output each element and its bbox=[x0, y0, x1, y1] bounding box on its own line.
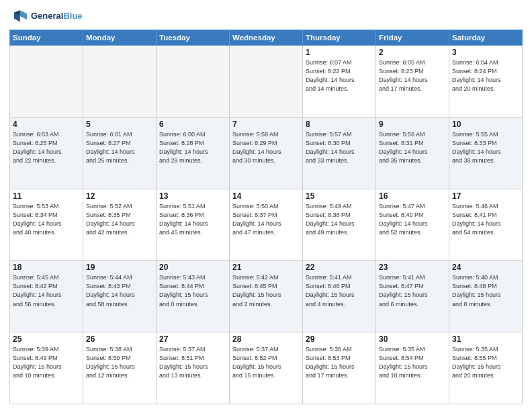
day-number: 13 bbox=[159, 191, 226, 201]
day-number: 25 bbox=[13, 334, 80, 344]
calendar-cell: 15Sunrise: 5:49 AM Sunset: 8:38 PM Dayli… bbox=[303, 189, 376, 261]
calendar-cell: 12Sunrise: 5:52 AM Sunset: 8:35 PM Dayli… bbox=[83, 189, 157, 261]
calendar-cell: 21Sunrise: 5:42 AM Sunset: 8:45 PM Dayli… bbox=[230, 261, 303, 332]
calendar-cell: 13Sunrise: 5:51 AM Sunset: 8:36 PM Dayli… bbox=[157, 189, 230, 261]
day-number: 12 bbox=[86, 191, 153, 201]
day-number: 19 bbox=[86, 263, 153, 272]
calendar-cell: 2Sunrise: 6:05 AM Sunset: 8:23 PM Daylig… bbox=[376, 46, 449, 118]
day-info: Sunrise: 5:46 AM Sunset: 8:41 PM Dayligh… bbox=[452, 202, 519, 237]
weekday-header-saturday: Saturday bbox=[449, 30, 523, 46]
calendar-week-2: 4Sunrise: 6:03 AM Sunset: 8:25 PM Daylig… bbox=[10, 117, 523, 189]
day-info: Sunrise: 5:51 AM Sunset: 8:36 PM Dayligh… bbox=[159, 202, 226, 237]
day-info: Sunrise: 5:47 AM Sunset: 8:40 PM Dayligh… bbox=[379, 202, 446, 237]
day-info: Sunrise: 5:41 AM Sunset: 8:47 PM Dayligh… bbox=[379, 273, 446, 308]
day-info: Sunrise: 5:35 AM Sunset: 8:54 PM Dayligh… bbox=[379, 345, 446, 380]
weekday-header-monday: Monday bbox=[83, 30, 157, 46]
day-info: Sunrise: 5:40 AM Sunset: 8:48 PM Dayligh… bbox=[452, 273, 519, 308]
day-info: Sunrise: 5:37 AM Sunset: 8:51 PM Dayligh… bbox=[159, 345, 226, 380]
calendar-cell: 28Sunrise: 5:37 AM Sunset: 8:52 PM Dayli… bbox=[230, 332, 303, 404]
calendar-cell: 8Sunrise: 5:57 AM Sunset: 8:30 PM Daylig… bbox=[303, 117, 376, 189]
logo-icon bbox=[9, 7, 28, 26]
calendar-week-3: 11Sunrise: 5:53 AM Sunset: 8:34 PM Dayli… bbox=[10, 189, 523, 261]
day-number: 14 bbox=[232, 191, 300, 201]
calendar-cell: 31Sunrise: 5:35 AM Sunset: 8:55 PM Dayli… bbox=[449, 332, 523, 404]
calendar-cell: 29Sunrise: 5:36 AM Sunset: 8:53 PM Dayli… bbox=[303, 332, 376, 404]
day-number: 15 bbox=[306, 191, 373, 201]
calendar-cell bbox=[230, 46, 303, 118]
calendar-cell: 19Sunrise: 5:44 AM Sunset: 8:43 PM Dayli… bbox=[83, 261, 157, 332]
calendar-week-5: 25Sunrise: 5:39 AM Sunset: 8:49 PM Dayli… bbox=[10, 332, 523, 404]
calendar-cell: 3Sunrise: 6:04 AM Sunset: 8:24 PM Daylig… bbox=[449, 46, 523, 118]
day-info: Sunrise: 5:44 AM Sunset: 8:43 PM Dayligh… bbox=[86, 273, 153, 308]
day-info: Sunrise: 5:56 AM Sunset: 8:31 PM Dayligh… bbox=[379, 130, 446, 165]
weekday-header-sunday: Sunday bbox=[10, 30, 83, 46]
calendar-cell: 24Sunrise: 5:40 AM Sunset: 8:48 PM Dayli… bbox=[449, 261, 523, 332]
day-number: 5 bbox=[86, 120, 153, 129]
calendar-cell: 14Sunrise: 5:50 AM Sunset: 8:37 PM Dayli… bbox=[230, 189, 303, 261]
day-info: Sunrise: 5:58 AM Sunset: 8:29 PM Dayligh… bbox=[232, 130, 300, 165]
calendar-cell: 27Sunrise: 5:37 AM Sunset: 8:51 PM Dayli… bbox=[157, 332, 230, 404]
calendar-cell: 16Sunrise: 5:47 AM Sunset: 8:40 PM Dayli… bbox=[376, 189, 449, 261]
calendar-cell: 23Sunrise: 5:41 AM Sunset: 8:47 PM Dayli… bbox=[376, 261, 449, 332]
calendar-cell bbox=[83, 46, 157, 118]
day-number: 26 bbox=[86, 334, 153, 344]
day-info: Sunrise: 6:04 AM Sunset: 8:24 PM Dayligh… bbox=[452, 58, 519, 93]
day-number: 27 bbox=[159, 334, 226, 344]
weekday-header-wednesday: Wednesday bbox=[230, 30, 303, 46]
day-number: 24 bbox=[452, 263, 519, 272]
calendar-cell bbox=[157, 46, 230, 118]
day-info: Sunrise: 6:07 AM Sunset: 8:22 PM Dayligh… bbox=[306, 58, 373, 93]
weekday-header-tuesday: Tuesday bbox=[157, 30, 230, 46]
calendar-cell: 9Sunrise: 5:56 AM Sunset: 8:31 PM Daylig… bbox=[376, 117, 449, 189]
day-number: 9 bbox=[379, 120, 446, 129]
calendar-table: SundayMondayTuesdayWednesdayThursdayFrid… bbox=[9, 30, 523, 404]
day-number: 11 bbox=[13, 191, 80, 201]
day-info: Sunrise: 5:35 AM Sunset: 8:55 PM Dayligh… bbox=[452, 345, 519, 380]
calendar-cell: 17Sunrise: 5:46 AM Sunset: 8:41 PM Dayli… bbox=[449, 189, 523, 261]
day-info: Sunrise: 6:05 AM Sunset: 8:23 PM Dayligh… bbox=[379, 58, 446, 93]
calendar-cell bbox=[10, 46, 83, 118]
day-number: 28 bbox=[232, 334, 300, 344]
day-number: 8 bbox=[306, 120, 373, 129]
day-info: Sunrise: 5:37 AM Sunset: 8:52 PM Dayligh… bbox=[232, 345, 300, 380]
day-number: 1 bbox=[306, 48, 373, 57]
weekday-header-thursday: Thursday bbox=[303, 30, 376, 46]
day-info: Sunrise: 5:50 AM Sunset: 8:37 PM Dayligh… bbox=[232, 202, 300, 237]
day-info: Sunrise: 6:03 AM Sunset: 8:25 PM Dayligh… bbox=[13, 130, 80, 165]
day-number: 16 bbox=[379, 191, 446, 201]
day-number: 20 bbox=[159, 263, 226, 272]
day-number: 6 bbox=[159, 120, 226, 129]
day-number: 23 bbox=[379, 263, 446, 272]
day-number: 31 bbox=[452, 334, 519, 344]
day-info: Sunrise: 5:36 AM Sunset: 8:53 PM Dayligh… bbox=[306, 345, 373, 380]
calendar-cell: 1Sunrise: 6:07 AM Sunset: 8:22 PM Daylig… bbox=[303, 46, 376, 118]
day-info: Sunrise: 5:42 AM Sunset: 8:45 PM Dayligh… bbox=[232, 273, 300, 308]
day-number: 21 bbox=[232, 263, 300, 272]
calendar-cell: 10Sunrise: 5:55 AM Sunset: 8:33 PM Dayli… bbox=[449, 117, 523, 189]
day-number: 2 bbox=[379, 48, 446, 57]
calendar-week-1: 1Sunrise: 6:07 AM Sunset: 8:22 PM Daylig… bbox=[10, 46, 523, 118]
day-info: Sunrise: 5:41 AM Sunset: 8:46 PM Dayligh… bbox=[306, 273, 373, 308]
calendar-cell: 4Sunrise: 6:03 AM Sunset: 8:25 PM Daylig… bbox=[10, 117, 83, 189]
calendar-cell: 22Sunrise: 5:41 AM Sunset: 8:46 PM Dayli… bbox=[303, 261, 376, 332]
day-info: Sunrise: 5:52 AM Sunset: 8:35 PM Dayligh… bbox=[86, 202, 153, 237]
calendar-cell: 5Sunrise: 6:01 AM Sunset: 8:27 PM Daylig… bbox=[83, 117, 157, 189]
weekday-header-row: SundayMondayTuesdayWednesdayThursdayFrid… bbox=[10, 30, 523, 46]
calendar-cell: 26Sunrise: 5:38 AM Sunset: 8:50 PM Dayli… bbox=[83, 332, 157, 404]
day-number: 22 bbox=[306, 263, 373, 272]
calendar-cell: 6Sunrise: 6:00 AM Sunset: 8:28 PM Daylig… bbox=[157, 117, 230, 189]
day-info: Sunrise: 6:01 AM Sunset: 8:27 PM Dayligh… bbox=[86, 130, 153, 165]
logo-text: GeneralBlue bbox=[31, 11, 83, 21]
calendar-cell: 25Sunrise: 5:39 AM Sunset: 8:49 PM Dayli… bbox=[10, 332, 83, 404]
day-number: 4 bbox=[13, 120, 80, 129]
day-info: Sunrise: 6:00 AM Sunset: 8:28 PM Dayligh… bbox=[159, 130, 226, 165]
day-number: 17 bbox=[452, 191, 519, 201]
calendar-cell: 30Sunrise: 5:35 AM Sunset: 8:54 PM Dayli… bbox=[376, 332, 449, 404]
day-info: Sunrise: 5:55 AM Sunset: 8:33 PM Dayligh… bbox=[452, 130, 519, 165]
day-info: Sunrise: 5:38 AM Sunset: 8:50 PM Dayligh… bbox=[86, 345, 153, 380]
day-number: 10 bbox=[452, 120, 519, 129]
header: GeneralBlue bbox=[9, 7, 523, 26]
day-info: Sunrise: 5:39 AM Sunset: 8:49 PM Dayligh… bbox=[13, 345, 80, 380]
day-info: Sunrise: 5:49 AM Sunset: 8:38 PM Dayligh… bbox=[306, 202, 373, 237]
day-info: Sunrise: 5:43 AM Sunset: 8:44 PM Dayligh… bbox=[159, 273, 226, 308]
